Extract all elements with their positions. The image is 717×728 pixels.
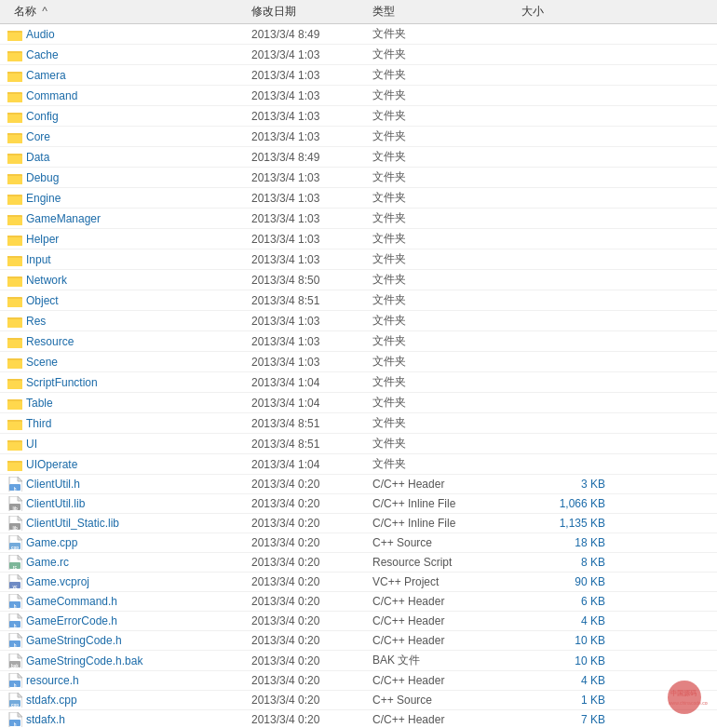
svg-text:h: h [14,604,17,609]
table-row[interactable]: Helper 2013/3/4 1:03 文件夹 [0,229,717,249]
table-row[interactable]: GameManager 2013/3/4 1:03 文件夹 [0,209,717,229]
file-type: 文件夹 [372,128,521,144]
table-row[interactable]: rc Game.rc 2013/3/4 0:20 Resource Script… [0,553,717,573]
table-row[interactable]: h GameErrorCode.h 2013/3/4 0:20 C/C++ He… [0,612,717,631]
file-type: BAK 文件 [372,653,521,668]
col-name-header[interactable]: 名称 ^ [0,4,251,20]
table-row[interactable]: Object 2013/3/4 8:51 文件夹 [0,290,717,311]
table-row[interactable]: Resource 2013/3/4 1:03 文件夹 [0,331,717,352]
folder-icon [7,417,22,430]
file-date: 2013/3/4 0:20 [251,595,372,608]
table-row[interactable]: Audio 2013/3/4 8:49 文件夹 [0,24,717,45]
table-row[interactable]: UI 2013/3/4 8:51 文件夹 [0,434,717,454]
file-name: Res [0,315,251,328]
table-row[interactable]: h ClientUtil.h 2013/3/4 0:20 C/C++ Heade… [0,475,717,494]
file-type: 文件夹 [372,149,521,165]
file-size: 1,066 KB [521,497,615,510]
table-row[interactable]: vc Game.vcproj 2013/3/4 0:20 VC++ Projec… [0,573,717,592]
col-type-header[interactable]: 类型 [372,4,521,20]
svg-text:bak: bak [11,663,19,667]
file-name: Resource [0,335,251,348]
table-row[interactable]: Table 2013/3/4 1:04 文件夹 [0,393,717,413]
file-name: Scene [0,356,251,369]
file-name: Cache [0,48,251,61]
file-date: 2013/3/4 8:49 [251,28,372,41]
rows-container: Audio 2013/3/4 8:49 文件夹 Cache 2013/3/4 1… [0,24,717,728]
file-type: 文件夹 [372,190,521,206]
table-row[interactable]: Data 2013/3/4 8:49 文件夹 [0,147,717,168]
folder-icon [7,48,22,61]
table-row[interactable]: Scene 2013/3/4 1:03 文件夹 [0,352,717,372]
table-row[interactable]: h GameStringCode.h 2013/3/4 0:20 C/C++ H… [0,631,717,651]
column-header: 名称 ^ 修改日期 类型 大小 [0,0,717,24]
file-size: 1 KB [521,694,615,707]
folder-icon [7,192,22,205]
folder-icon [7,171,22,184]
table-row[interactable]: UIOperate 2013/3/4 1:04 文件夹 [0,454,717,475]
col-date-header[interactable]: 修改日期 [251,4,372,20]
folder-icon [7,438,22,451]
table-row[interactable]: h resource.h 2013/3/4 0:20 C/C++ Header … [0,671,717,691]
file-name: Debug [0,171,251,184]
file-type: 文件夹 [372,26,521,42]
file-date: 2013/3/4 1:03 [251,212,372,225]
table-row[interactable]: Cache 2013/3/4 1:03 文件夹 [0,45,717,65]
table-row[interactable]: Core 2013/3/4 1:03 文件夹 [0,127,717,147]
table-row[interactable]: bak GameStringCode.h.bak 2013/3/4 0:20 B… [0,651,717,671]
table-row[interactable]: lib ClientUtil.lib 2013/3/4 0:20 C/C++ I… [0,494,717,514]
file-name: bak GameStringCode.h.bak [0,654,251,668]
file-size: 8 KB [521,556,615,569]
file-icon: lib [7,496,22,511]
file-icon: h [7,613,22,628]
folder-icon [7,233,22,246]
file-name: vc Game.vcproj [0,574,251,589]
file-date: 2013/3/4 1:03 [251,48,372,61]
file-date: 2013/3/4 0:20 [251,536,372,549]
file-date: 2013/3/4 0:20 [251,654,372,667]
file-size: 3 KB [521,478,615,491]
sort-arrow-icon: ^ [42,5,47,18]
file-type: C/C++ Header [372,478,521,491]
svg-text:lib: lib [12,526,18,531]
table-row[interactable]: lib ClientUtil_Static.lib 2013/3/4 0:20 … [0,514,717,533]
file-name: lib ClientUtil.lib [0,496,251,511]
table-row[interactable]: Res 2013/3/4 1:03 文件夹 [0,311,717,331]
folder-icon [7,294,22,307]
table-row[interactable]: Engine 2013/3/4 1:03 文件夹 [0,188,717,209]
table-row[interactable]: cpp stdafx.cpp 2013/3/4 0:20 C++ Source … [0,691,717,710]
table-row[interactable]: Config 2013/3/4 1:03 文件夹 [0,106,717,127]
folder-icon [7,376,22,389]
table-row[interactable]: Input 2013/3/4 1:03 文件夹 [0,249,717,270]
file-type: 文件夹 [372,47,521,62]
file-date: 2013/3/4 1:04 [251,397,372,410]
file-date: 2013/3/4 8:50 [251,274,372,287]
table-row[interactable]: ScriptFunction 2013/3/4 1:04 文件夹 [0,372,717,393]
file-name: cpp Game.cpp [0,535,251,550]
file-icon: h [7,673,22,688]
table-row[interactable]: cpp Game.cpp 2013/3/4 0:20 C++ Source 18… [0,533,717,553]
file-name: Audio [0,28,251,41]
table-row[interactable]: Debug 2013/3/4 1:03 文件夹 [0,168,717,188]
file-type: C++ Source [372,694,521,707]
table-row[interactable]: h stdafx.h 2013/3/4 0:20 C/C++ Header 7 … [0,710,717,728]
table-row[interactable]: h GameCommand.h 2013/3/4 0:20 C/C++ Head… [0,592,717,612]
folder-icon [7,274,22,287]
table-row[interactable]: Network 2013/3/4 8:50 文件夹 [0,270,717,290]
file-size: 90 KB [521,575,615,588]
file-name: lib ClientUtil_Static.lib [0,516,251,531]
table-row[interactable]: Third 2013/3/4 8:51 文件夹 [0,413,717,434]
file-name: Input [0,253,251,266]
file-date: 2013/3/4 1:04 [251,376,372,389]
folder-icon [7,69,22,82]
table-row[interactable]: Command 2013/3/4 1:03 文件夹 [0,86,717,106]
file-size: 6 KB [521,595,615,608]
svg-text:cpp: cpp [11,703,19,708]
file-date: 2013/3/4 0:20 [251,674,372,687]
file-icon: h [7,712,22,727]
folder-icon [7,397,22,410]
table-row[interactable]: Camera 2013/3/4 1:03 文件夹 [0,65,717,86]
file-name: UI [0,438,251,451]
col-size-header[interactable]: 大小 [521,4,615,20]
folder-icon [7,89,22,102]
file-type: Resource Script [372,556,521,569]
